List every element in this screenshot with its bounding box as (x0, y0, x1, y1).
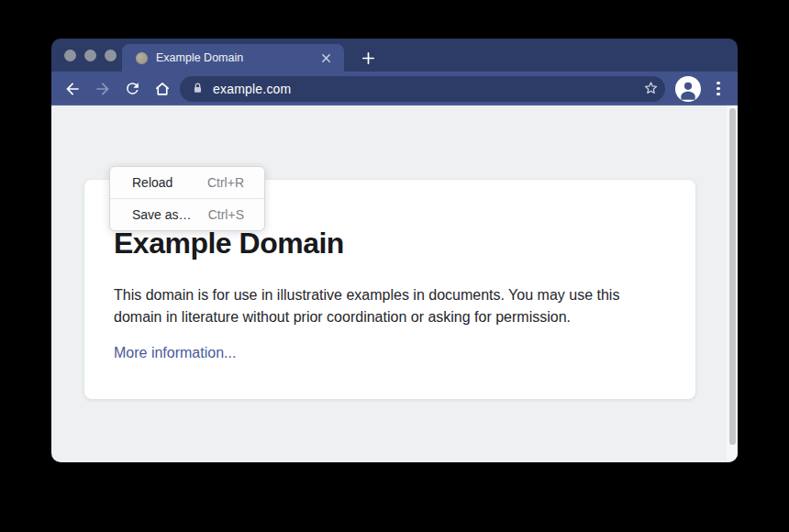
menu-item-label: Reload (132, 175, 172, 190)
profile-avatar-button[interactable] (675, 76, 701, 102)
address-bar[interactable]: example.com (180, 76, 665, 102)
tab-title: Example Domain (156, 51, 318, 64)
context-menu-item-save-as[interactable]: Save as… Ctrl+S (110, 199, 264, 230)
page-title: Example Domain (114, 227, 666, 259)
new-tab-button[interactable] (354, 44, 382, 72)
window-zoom-button[interactable] (105, 50, 117, 61)
reload-button[interactable] (124, 80, 142, 98)
window-controls (64, 39, 117, 72)
menu-item-label: Save as… (132, 207, 192, 222)
scrollbar-thumb[interactable] (729, 108, 736, 445)
home-button[interactable] (153, 80, 172, 98)
scrollbar-track[interactable] (727, 105, 738, 462)
page-paragraph: This domain is for use in illustrative e… (114, 284, 650, 328)
toolbar: example.com (51, 72, 738, 105)
context-menu: Reload Ctrl+R Save as… Ctrl+S (109, 166, 265, 231)
back-button[interactable] (63, 80, 82, 98)
url-text: example.com (213, 82, 291, 96)
browser-window: Example Domain (51, 39, 738, 462)
desktop-background: Example Domain (0, 0, 789, 532)
favicon-icon (136, 52, 148, 64)
more-information-link[interactable]: More information... (114, 345, 236, 361)
page-viewport: Example Domain This domain is for use in… (51, 105, 738, 462)
lock-icon[interactable] (192, 82, 204, 95)
context-menu-item-reload[interactable]: Reload Ctrl+R (110, 167, 264, 198)
tab-close-icon[interactable] (318, 50, 333, 65)
forward-button[interactable] (94, 80, 112, 98)
menu-item-shortcut: Ctrl+R (207, 175, 244, 190)
window-close-button[interactable] (64, 50, 76, 61)
window-minimize-button[interactable] (84, 50, 96, 61)
tab-example-domain[interactable]: Example Domain (122, 44, 344, 72)
menu-item-shortcut: Ctrl+S (208, 207, 244, 222)
browser-menu-button[interactable] (709, 80, 728, 98)
bookmark-star-icon[interactable] (642, 80, 660, 97)
titlebar: Example Domain (51, 39, 738, 72)
